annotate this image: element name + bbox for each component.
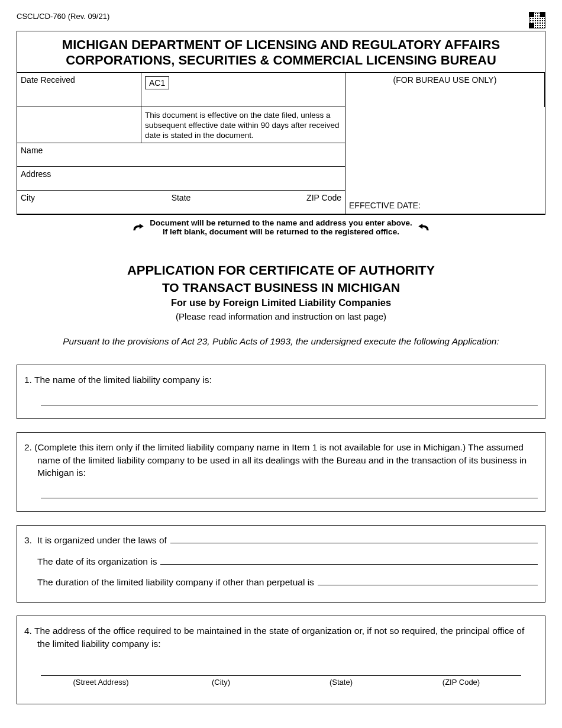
address-field[interactable]: Address [17,167,345,191]
blank-cell [17,107,141,144]
return-line1: Document will be returned to the name an… [150,218,412,227]
title-line3: For use by Foreign Limited Liability Com… [17,297,545,309]
addr-label-city: (City) [161,677,281,688]
item-3-num: 3. [24,534,37,547]
name-field[interactable]: Name [17,143,345,167]
item-3: 3.It is organized under the laws of The … [17,525,545,603]
ac1-box: AC1 [145,76,169,89]
item-1: 1. The name of the limited liability com… [17,365,545,419]
agency-line2: CORPORATIONS, SECURITIES & COMMERCIAL LI… [21,53,541,68]
title-line1: APPLICATION FOR CERTIFICATE OF AUTHORITY [17,262,545,279]
item-1-text: 1. The name of the limited liability com… [24,373,538,386]
arrow-up-left-icon [417,223,430,231]
bureau-space [345,107,545,144]
state-field[interactable]: State [128,193,235,211]
header-box: MICHIGAN DEPARTMENT OF LICENSING AND REG… [17,31,545,215]
addr-label-street: (Street Address) [41,677,161,688]
form-id: CSCL/CD-760 (Rev. 09/21) [17,12,109,21]
form-title: APPLICATION FOR CERTIFICATE OF AUTHORITY… [17,262,545,322]
title-line4: (Please read information and instruction… [17,311,545,323]
agency-line1: MICHIGAN DEPARTMENT OF LICENSING AND REG… [21,37,541,53]
return-note: Document will be returned to the name an… [17,215,545,242]
effective-date-cell[interactable]: EFFECTIVE DATE: [345,143,545,214]
item-3a-text: It is organized under the laws of [37,535,167,545]
qr-code-icon [529,12,545,28]
item-1-input[interactable] [41,395,538,405]
effective-note: This document is effective on the date f… [141,107,345,144]
item-2-input[interactable] [41,488,538,498]
arrow-up-right-icon [132,223,145,231]
zip-field[interactable]: ZIP Code [234,193,341,211]
city-field[interactable]: City [21,193,128,211]
ac1-cell: AC1 [141,73,345,107]
item-3c-text: The duration of the limited liability co… [24,576,314,589]
item-4-address-input[interactable] [41,661,521,676]
item-3a-input[interactable] [170,535,538,543]
item-2: 2. (Complete this item only if the limit… [17,432,545,512]
title-line2: TO TRANSACT BUSINESS IN MICHIGAN [17,279,545,295]
pursuant-text: Pursuant to the provisions of Act 23, Pu… [17,336,545,347]
item-2-text: 2. (Complete this item only if the limit… [24,441,538,479]
return-line2: If left blank, document will be returned… [150,227,412,236]
item-4-text: 4. The address of the office required to… [24,624,538,650]
addr-label-zip: (ZIP Code) [401,677,521,688]
item-3b-input[interactable] [160,556,538,565]
item-3c-input[interactable] [318,577,538,585]
item-3b-text: The date of its organization is [24,555,157,568]
addr-label-state: (State) [281,677,401,688]
bureau-only-cell: (FOR BUREAU USE ONLY) [345,73,545,107]
date-received-cell[interactable]: Date Received [17,73,141,107]
item-4: 4. The address of the office required to… [17,616,545,704]
